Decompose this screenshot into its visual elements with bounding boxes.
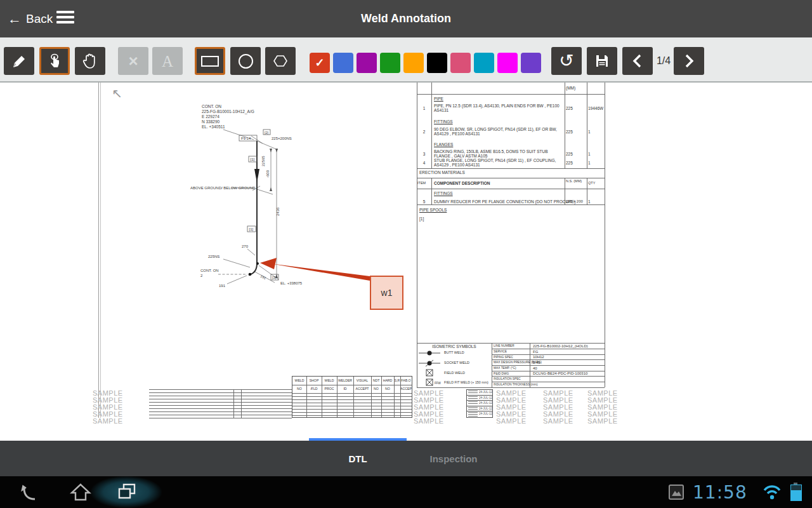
dim-22565: 22565 <box>261 156 265 166</box>
rev-date: 24-JUL-12 <box>479 396 492 401</box>
color-swatch-blue[interactable] <box>333 53 353 73</box>
tab-dtl[interactable]: DTL <box>309 441 407 476</box>
system-home-button[interactable] <box>65 476 96 508</box>
cont-on-top-1: CONT. ON <box>202 104 221 109</box>
next-page-button[interactable] <box>674 47 704 75</box>
socket-weld-symbol <box>428 361 432 366</box>
line-info-value: 0.45 <box>533 361 540 364</box>
text-tool-button[interactable]: A <box>152 47 183 75</box>
weld-col-header: WELD <box>292 377 306 384</box>
erection-desc: DUMMY REDUCER FOR PE FLANGE CONNECTION (… <box>434 199 575 204</box>
bom-qty: 1 <box>588 161 591 165</box>
weld-col-header: NDT <box>371 377 381 384</box>
color-swatch-orange[interactable] <box>403 53 424 73</box>
color-swatch-green[interactable] <box>380 53 400 73</box>
butt-weld-symbol <box>428 351 432 356</box>
watermark: SAMPLE <box>414 417 444 425</box>
erection-h-ns: N.S. (MM) <box>566 179 585 184</box>
circle-shape-button[interactable] <box>230 47 261 75</box>
save-button[interactable] <box>587 47 617 75</box>
pipe-spools-title: PIPE SPOOLS <box>419 208 447 212</box>
line-info-key: P&ID DWG <box>494 372 509 375</box>
annotation-arrow-line[interactable] <box>270 264 370 281</box>
weld-col-header: S,R <box>394 377 400 384</box>
color-swatch-red[interactable]: ✓ <box>310 53 330 73</box>
pencil-tool-button[interactable] <box>4 47 34 75</box>
system-navigation-bar: 11:58 <box>0 476 812 508</box>
weld-col-header: HARD <box>381 377 394 384</box>
bom-qty: 19446W <box>588 106 603 110</box>
erection-section: FITTINGS <box>434 191 453 196</box>
bom-ns: 225 <box>566 130 573 134</box>
drawing-canvas[interactable]: ↖ <box>0 83 812 438</box>
menu-button[interactable] <box>56 11 74 26</box>
label-ref2: [2] <box>265 131 269 135</box>
cont-on-top-5: EL. +340511 <box>202 124 225 129</box>
weld-col-header: NO <box>381 385 394 392</box>
weld-col-header: ACCEPT <box>353 385 371 392</box>
undo-button[interactable]: ↺ <box>551 47 582 75</box>
label-f9l4: F9 L4 <box>241 137 251 140</box>
undo-icon: ↺ <box>559 52 573 70</box>
weld-annotation-w1[interactable]: w1 <box>370 276 403 310</box>
ffw-label: FFW <box>435 382 441 385</box>
line-info-value: 40 <box>533 366 537 370</box>
line-info-key: PIPING SPEC <box>494 356 513 359</box>
bom-ns: 225 <box>566 152 573 156</box>
label-reducer: 225×200NS <box>272 137 292 140</box>
system-recents-button[interactable] <box>111 476 143 508</box>
color-swatch-magenta[interactable] <box>497 53 518 73</box>
cont-on-bottom-2: 2 <box>200 274 203 277</box>
color-swatch-black[interactable] <box>427 53 447 73</box>
bom-desc: BACKING RING, 150LB, ASME B16.5, DOMS TO… <box>434 149 562 158</box>
back-label: Back <box>26 12 53 26</box>
symbol-label: FIELD WELD <box>444 371 465 375</box>
erection-h-item: ITEM <box>417 181 426 185</box>
back-button[interactable]: ← Back <box>8 0 53 37</box>
bom-section: FLANGES <box>434 142 453 147</box>
color-swatch-teal[interactable] <box>474 53 494 73</box>
weld-annotation-app: ← Back Weld Annotation × A <box>0 0 812 508</box>
erection-qty: 1 <box>588 199 591 204</box>
delete-tool-button[interactable]: × <box>118 47 148 75</box>
page-title: Weld Annotation <box>0 0 812 37</box>
system-back-button[interactable] <box>13 476 44 508</box>
color-swatch-violet[interactable] <box>521 53 541 73</box>
pan-tool-button[interactable] <box>75 47 105 75</box>
color-swatch-pink[interactable] <box>450 53 471 73</box>
weld-col-header: NO <box>371 385 381 392</box>
bom-item: 1 <box>417 106 431 110</box>
text-tool-icon: A <box>162 53 173 69</box>
rectangle-shape-button[interactable] <box>195 47 225 75</box>
bom-desc: PIPE, PN 12.5 (SDR 13.4), AS4130, PLAIN … <box>434 104 562 112</box>
check-icon: ✓ <box>315 56 324 70</box>
watermark: SAMPLE <box>587 417 618 425</box>
tab-inspection[interactable]: Inspection <box>406 441 501 476</box>
system-home-icon <box>70 482 91 502</box>
bottom-tab-bar: DTL Inspection <box>0 441 812 476</box>
weld-col-header: ID <box>337 385 353 392</box>
label-225ns: 225NS <box>208 255 219 258</box>
polygon-shape-button[interactable] <box>265 47 296 75</box>
touch-select-tool-button[interactable] <box>39 47 70 75</box>
bom-section: PIPE <box>434 97 443 101</box>
bom-section: FITTINGS <box>434 119 453 124</box>
bom-ns: 225 <box>566 106 573 110</box>
rev-date: 24-JUL-12 <box>479 390 492 395</box>
label-ref1b: [1] <box>249 227 254 231</box>
symbol-label: FIELD FIT WELD (+ 150 mm) <box>444 380 488 385</box>
previous-page-button[interactable] <box>622 47 653 75</box>
weld-col-header: SHOP <box>306 377 322 384</box>
bom-qty: 1 <box>588 130 591 134</box>
north-arrow-icon: ↖ <box>112 86 122 100</box>
line-info-value: FG <box>533 350 538 354</box>
line-info-key: MAX TEMP. (°C) <box>494 366 516 370</box>
color-swatch-purple[interactable] <box>357 53 377 73</box>
system-recents-icon <box>116 482 138 502</box>
above-ground-label: ABOVE GROUND/ BELOW GROUND. <box>190 186 256 190</box>
weld-col-header: FAB.O <box>400 377 412 384</box>
bom-ns: 225 <box>566 161 573 165</box>
symbols-title: ISOMETRIC SYMBOLS <box>417 344 492 349</box>
watermark: SAMPLE <box>543 417 573 425</box>
hand-icon <box>82 53 98 69</box>
